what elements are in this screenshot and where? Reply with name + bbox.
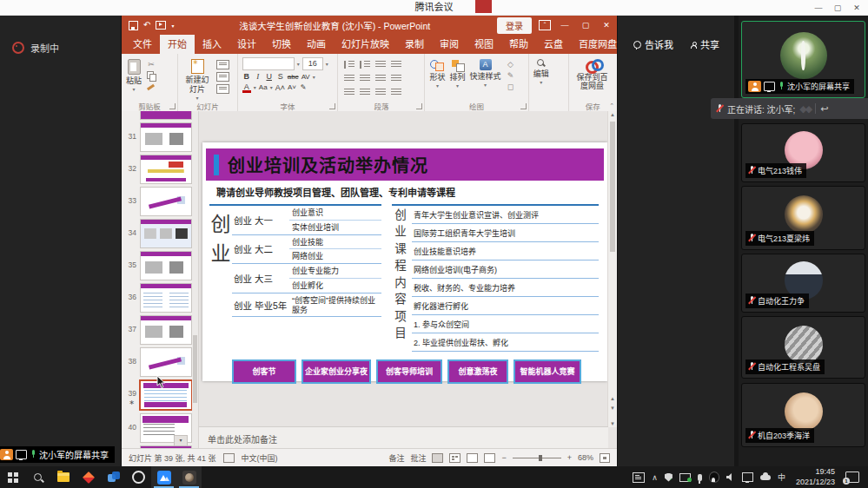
ribbon-tab-7[interactable]: 录制 (397, 35, 432, 54)
slide-sorter-view-icon[interactable] (449, 453, 461, 463)
slide-edit-area[interactable]: 创业培训及活动举办情况 聘请创业导师教授项目管理、团队管理、专利申请等课程 创业… (199, 111, 617, 449)
tray-mail-status-icon[interactable] (679, 473, 691, 482)
slide-thumbnail-37[interactable] (140, 315, 192, 345)
taskbar-wps-office-button[interactable] (76, 466, 101, 488)
tray-microphone-icon[interactable] (698, 474, 702, 481)
edit-button[interactable]: 编辑▾ (533, 57, 549, 102)
thumbnail-panel-collapse-button[interactable]: ▾ (174, 435, 188, 446)
meeting-maximize-button[interactable]: ▢ (828, 3, 847, 12)
ribbon-tab-9[interactable]: 视图 (467, 35, 501, 54)
slide-thumbnail-35[interactable] (140, 251, 192, 280)
participant-tile-4[interactable]: 自动化工程系吴盘 (741, 316, 865, 379)
clipboard-dialog-launcher[interactable] (169, 103, 176, 109)
quick-styles-button[interactable]: A 快速样式▾ (470, 57, 501, 102)
font-dialog-launcher[interactable] (329, 103, 335, 109)
slide-thumbnail-31[interactable] (140, 122, 192, 152)
taskbar-file-explorer-button[interactable] (50, 466, 76, 488)
new-slide-button[interactable]: 新建幻灯片▾ (182, 57, 212, 102)
drawing-dialog-launcher[interactable] (520, 103, 527, 109)
reset-slide-icon[interactable] (216, 72, 229, 82)
participant-tile-0[interactable]: 沈小军的屏幕共享 (741, 21, 865, 98)
participant-tile-3[interactable]: 自动化王力争 (741, 254, 865, 313)
thumbnail-scrollbar[interactable] (192, 111, 198, 449)
zoom-in-button[interactable]: + (567, 453, 572, 462)
taskbar-powerpoint-button[interactable] (176, 466, 202, 488)
ppt-maximize-button[interactable]: ▢ (575, 21, 596, 30)
tray-speaker-icon[interactable] (726, 473, 735, 481)
meeting-close-button[interactable]: ✕ (847, 3, 866, 12)
collapse-ribbon-icon[interactable]: ⌃ (609, 102, 614, 109)
slide-thumbnail-partial[interactable] (140, 111, 192, 120)
align-left-icon[interactable] (344, 89, 354, 96)
slide-thumbnail-33[interactable] (140, 187, 192, 216)
share-control-indicator[interactable] (475, 0, 492, 13)
shape-fill-icon[interactable]: ◇ (506, 60, 516, 69)
bold-button[interactable]: B (242, 72, 251, 81)
taskbar-browser-button[interactable] (126, 466, 151, 488)
section-icon[interactable] (216, 84, 229, 94)
zoom-slider[interactable] (513, 458, 561, 458)
fit-slide-icon[interactable] (600, 453, 610, 463)
participant-tile-1[interactable]: 电气213钱伟 (741, 123, 865, 182)
taskbar-start-button[interactable] (0, 466, 25, 488)
save-to-baidu-button[interactable]: 保存到百度网盘 (573, 57, 612, 102)
zoom-level[interactable]: 68% (578, 453, 593, 462)
shrink-font-button[interactable]: A˅ (288, 83, 296, 91)
grow-font-button[interactable]: A˄ (275, 83, 285, 92)
clear-formatting-icon[interactable]: ✎ (299, 83, 308, 91)
slideshow-icon[interactable] (156, 21, 166, 30)
tray-network-icon[interactable] (742, 472, 753, 482)
tray-defender-shield-icon[interactable] (665, 473, 673, 482)
copy-icon[interactable] (146, 71, 156, 80)
ribbon-tab-10[interactable]: 帮助 (501, 35, 536, 54)
smartart-icon[interactable] (391, 75, 401, 82)
slide-thumbnail-panel[interactable]: 313233343536373839∗4041 ▾ (122, 111, 199, 449)
font-color-button[interactable]: A (242, 82, 251, 92)
character-spacing-button[interactable]: AV (301, 73, 310, 81)
reading-view-icon[interactable] (467, 453, 478, 463)
shapes-button[interactable]: 形状▾ (429, 57, 445, 102)
increase-indent-icon[interactable] (360, 75, 370, 82)
paragraph-dialog-launcher[interactable] (416, 103, 422, 109)
align-text-icon[interactable] (375, 75, 386, 82)
previous-slide-button[interactable]: ▲ (608, 396, 617, 401)
ribbon-tab-11[interactable]: 云盘 (536, 35, 571, 54)
participant-tile-5[interactable]: 机自203季海洋 (741, 383, 865, 447)
zoom-out-button[interactable]: − (501, 453, 506, 462)
ribbon-tab-1[interactable]: 开始 (160, 35, 195, 54)
taskbar-tencent-meeting-button[interactable] (151, 466, 176, 488)
ribbon-tab-12[interactable]: 百度网盘 (571, 35, 625, 54)
slide-canvas[interactable]: 创业培训及活动举办情况 聘请创业导师教授项目管理、团队管理、专利申请等课程 创业… (202, 142, 607, 381)
shape-outline-icon[interactable]: ✎ (506, 71, 516, 80)
strikethrough-button[interactable]: abc (288, 73, 299, 81)
format-painter-icon[interactable] (146, 82, 156, 91)
align-right-icon[interactable] (375, 89, 386, 96)
editor-scrollbar[interactable]: ▲ ▲ ▼ ▼ (607, 111, 617, 427)
cut-icon[interactable]: ✂ (146, 60, 156, 69)
slideshow-view-icon[interactable] (484, 453, 495, 463)
ribbon-tab-8[interactable]: 审阅 (432, 35, 467, 54)
reply-arrow-icon[interactable]: ↩ (820, 103, 828, 115)
normal-view-icon[interactable] (432, 453, 443, 463)
tell-me-button[interactable]: 告诉我 (625, 35, 682, 54)
slide-thumbnail-38[interactable] (140, 347, 192, 377)
tray-chevron-up-icon[interactable]: ∧ (652, 473, 658, 482)
save-icon[interactable] (129, 21, 138, 30)
tray-news-icon[interactable] (633, 472, 645, 483)
slide-thumbnail-36[interactable] (140, 283, 192, 313)
taskbar-office-app-button[interactable] (101, 466, 126, 488)
notes-toggle-button[interactable]: 备注 (388, 452, 404, 464)
tray-cloud-icon[interactable] (760, 475, 771, 480)
underline-button[interactable]: U (265, 72, 274, 81)
font-name-input[interactable] (242, 57, 295, 70)
tray-ime-chinese-icon[interactable]: 中 (778, 472, 785, 483)
participant-tile-2[interactable]: 电气213夏梁炜 (741, 186, 865, 250)
share-button[interactable]: 共享 (682, 35, 728, 54)
next-slide-button[interactable]: ▼ (608, 406, 617, 411)
accessibility-icon[interactable] (223, 453, 235, 463)
ribbon-tab-2[interactable]: 插入 (195, 35, 229, 54)
ppt-minimize-button[interactable]: — (554, 21, 575, 30)
ribbon-tab-6[interactable]: 幻灯片放映 (334, 35, 397, 54)
columns-icon[interactable] (391, 89, 401, 96)
ribbon-display-options-icon[interactable]: ⌃ (539, 20, 551, 30)
